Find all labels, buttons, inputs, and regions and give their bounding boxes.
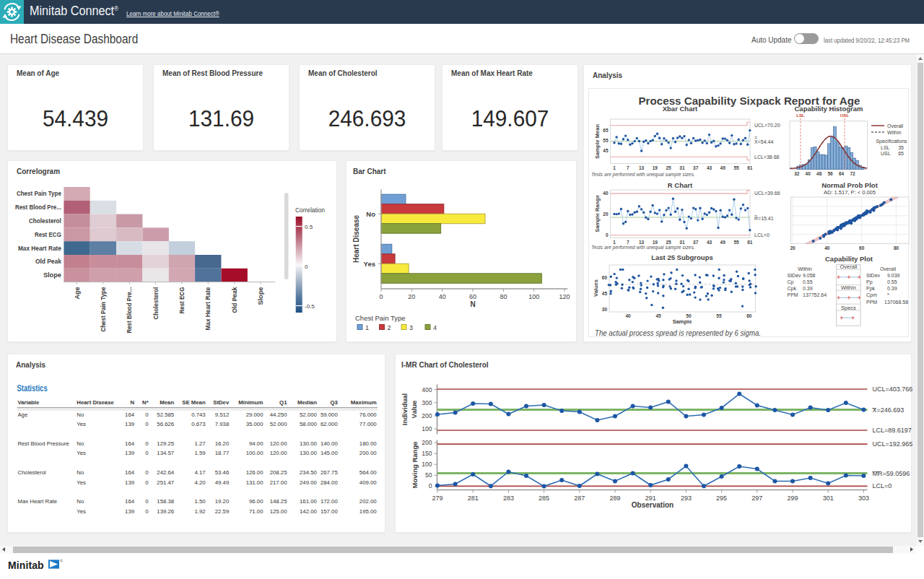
svg-text:USL: USL xyxy=(881,151,891,156)
svg-text:R=15.41: R=15.41 xyxy=(754,216,774,221)
svg-text:267.75: 267.75 xyxy=(321,469,339,476)
svg-text:USL: USL xyxy=(840,113,850,118)
svg-text:16.20: 16.20 xyxy=(215,440,230,447)
svg-text:291: 291 xyxy=(645,495,656,502)
svg-text:234.50: 234.50 xyxy=(300,469,318,476)
svg-text:100: 100 xyxy=(422,461,432,468)
svg-text:44.250: 44.250 xyxy=(270,412,288,418)
svg-text:126.00: 126.00 xyxy=(246,469,264,476)
svg-text:279: 279 xyxy=(432,495,443,502)
svg-text:300: 300 xyxy=(422,399,432,406)
svg-text:400: 400 xyxy=(422,386,432,393)
svg-text:0: 0 xyxy=(379,293,383,300)
svg-text:Max Heart Rate: Max Heart Rate xyxy=(18,245,61,252)
svg-text:4.17: 4.17 xyxy=(195,469,206,476)
svg-text:130.00: 130.00 xyxy=(300,440,318,447)
svg-text:0: 0 xyxy=(145,508,149,515)
svg-text:Cp: Cp xyxy=(788,279,794,285)
svg-text:Cholesterol: Cholesterol xyxy=(17,469,46,476)
svg-text:Heart Disease: Heart Disease xyxy=(352,214,360,263)
svg-text:76.000: 76.000 xyxy=(359,412,378,418)
svg-text:40: 40 xyxy=(603,191,609,196)
svg-text:158.38: 158.38 xyxy=(157,498,174,505)
svg-text:0.39: 0.39 xyxy=(803,286,813,291)
svg-text:Sample Mean: Sample Mean xyxy=(594,124,601,159)
svg-text:Overall: Overall xyxy=(880,266,897,271)
svg-text:30: 30 xyxy=(602,307,608,312)
svg-text:MR=59.0596: MR=59.0596 xyxy=(873,470,910,477)
svg-text:No: No xyxy=(77,412,84,418)
svg-text:3: 3 xyxy=(409,324,413,331)
svg-text:65: 65 xyxy=(898,151,904,156)
svg-text:Tests are performed with unequ: Tests are performed with unequal sample … xyxy=(591,172,695,178)
svg-text:140.00: 140.00 xyxy=(321,440,339,447)
svg-text:®: ® xyxy=(60,559,63,563)
svg-text:164: 164 xyxy=(125,440,135,447)
svg-text:56.626: 56.626 xyxy=(157,421,174,427)
svg-text:0: 0 xyxy=(145,479,149,486)
svg-text:1: 1 xyxy=(613,165,616,170)
svg-text:Mean: Mean xyxy=(160,399,174,406)
svg-text:Specs: Specs xyxy=(841,305,856,311)
svg-text:Max Heart Rate: Max Heart Rate xyxy=(17,498,57,505)
svg-text:Median: Median xyxy=(297,399,317,406)
svg-text:Age: Age xyxy=(74,287,81,299)
svg-text:Capability Plot: Capability Plot xyxy=(825,255,873,263)
svg-text:R Chart: R Chart xyxy=(668,181,693,189)
svg-text:35.000: 35.000 xyxy=(246,421,264,427)
svg-text:200: 200 xyxy=(422,439,432,446)
svg-text:Cholesterol: Cholesterol xyxy=(29,217,61,225)
svg-text:Rest Blood Pre...: Rest Blood Pre... xyxy=(126,287,133,334)
svg-text:43: 43 xyxy=(707,240,712,245)
svg-text:Pp: Pp xyxy=(866,279,873,285)
svg-text:139: 139 xyxy=(125,508,134,515)
svg-text:58.000: 58.000 xyxy=(300,421,318,427)
svg-text:301: 301 xyxy=(823,495,834,502)
svg-text:Cpm: Cpm xyxy=(866,292,877,298)
svg-text:50: 50 xyxy=(686,313,692,318)
svg-text:96.00: 96.00 xyxy=(249,498,263,505)
svg-text:564.00: 564.00 xyxy=(359,469,378,476)
svg-text:X=54.44: X=54.44 xyxy=(754,139,773,144)
svg-text:195.00: 195.00 xyxy=(359,508,378,515)
svg-text:PPM: PPM xyxy=(866,300,877,305)
svg-text:25: 25 xyxy=(666,165,671,170)
svg-text:283: 283 xyxy=(503,495,514,502)
svg-text:1.27: 1.27 xyxy=(195,440,206,447)
svg-text:0: 0 xyxy=(145,498,149,505)
svg-text:40: 40 xyxy=(824,245,830,251)
svg-text:45: 45 xyxy=(655,313,661,318)
svg-text:120.00: 120.00 xyxy=(270,440,288,447)
svg-text:130.00: 130.00 xyxy=(300,450,318,456)
svg-text:4.20: 4.20 xyxy=(195,479,206,486)
svg-text:Old Peak: Old Peak xyxy=(35,258,61,265)
svg-text:137068.58: 137068.58 xyxy=(884,300,908,305)
svg-text:1: 1 xyxy=(613,240,616,245)
svg-text:71.00: 71.00 xyxy=(249,508,263,515)
svg-text:UCL=403.766: UCL=403.766 xyxy=(873,386,913,393)
svg-text:Yes: Yes xyxy=(77,450,86,456)
svg-text:0: 0 xyxy=(429,482,432,489)
svg-text:StDev: StDev xyxy=(788,273,802,278)
svg-text:Individual: Individual xyxy=(401,393,409,425)
svg-text:0: 0 xyxy=(145,469,149,476)
svg-text:Value: Value xyxy=(410,401,418,419)
svg-text:20: 20 xyxy=(603,212,609,217)
svg-text:150: 150 xyxy=(422,450,432,457)
svg-text:UCL=39.66: UCL=39.66 xyxy=(754,191,780,196)
svg-text:Observation: Observation xyxy=(632,501,674,509)
svg-text:Variable: Variable xyxy=(17,399,40,406)
svg-text:200.00: 200.00 xyxy=(359,450,378,456)
svg-text:60: 60 xyxy=(602,275,608,280)
svg-text:LCL=0: LCL=0 xyxy=(754,232,770,238)
svg-text:Yes: Yes xyxy=(77,421,86,427)
svg-text:7.938: 7.938 xyxy=(215,421,230,427)
svg-text:64: 64 xyxy=(839,171,845,176)
svg-text:Capability Histogram: Capability Histogram xyxy=(794,105,863,113)
svg-text:Cpk: Cpk xyxy=(788,286,797,292)
svg-text:Yes: Yes xyxy=(77,508,86,515)
svg-text:251.47: 251.47 xyxy=(157,479,174,486)
svg-text:40: 40 xyxy=(439,293,446,300)
svg-text:281: 281 xyxy=(468,495,479,502)
svg-text:287: 287 xyxy=(574,495,585,502)
